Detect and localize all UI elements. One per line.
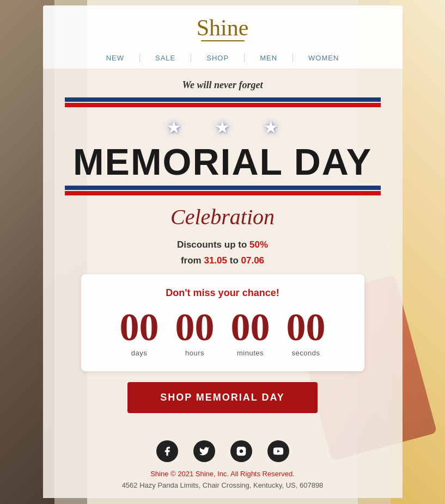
stars-row: ★ ★ ★ (65, 117, 381, 138)
star-1: ★ (166, 117, 182, 138)
stripe-blue-bottom (65, 186, 381, 190)
facebook-icon[interactable] (156, 440, 178, 462)
shop-button[interactable]: SHOP MEMORIAL DAY (127, 382, 318, 413)
nav-item-men[interactable]: MEN (245, 54, 292, 62)
stripe-red-bottom (65, 191, 381, 195)
navigation: NEW SALE SHOP MEN WOMEN (43, 47, 403, 69)
timer-hours-value: 00 (175, 308, 215, 347)
discount-end-date: 07.06 (241, 255, 265, 266)
header: Shine (43, 5, 403, 47)
cta-wrapper: SHOP MEMORIAL DAY (65, 382, 381, 413)
footer: Shine © 2021 Shine, Inc. All Rights Rese… (43, 429, 403, 498)
logo-underline (201, 40, 245, 41)
discount-info: Discounts up to 50% from 31.05 to 07.06 (65, 237, 381, 269)
timer-seconds-label: seconds (292, 349, 320, 357)
timer-days-value: 00 (120, 308, 159, 347)
discount-start-date: 31.05 (204, 255, 227, 266)
stripe-top (65, 97, 381, 107)
countdown-section: Don't miss your chance! 00 days 00 hours… (81, 274, 364, 371)
stripe-red-top (65, 103, 381, 107)
discount-percent: 50% (249, 239, 268, 250)
tagline: We will never forget (65, 79, 381, 91)
timer-seconds-value: 00 (286, 308, 326, 347)
timer-hours: 00 hours (175, 308, 215, 357)
countdown-timer: 00 days 00 hours 00 minutes 00 seconds (92, 308, 353, 357)
memorial-day-title: MEMORIAL DAY (65, 143, 381, 180)
timer-days-label: days (131, 349, 147, 357)
star-2: ★ (215, 117, 230, 138)
nav-item-new[interactable]: NEW (91, 54, 139, 62)
star-3: ★ (263, 117, 279, 138)
social-icons-row (65, 440, 381, 462)
discount-line1: Discounts up to 50% (177, 239, 268, 250)
address-text: 4562 Hazy Panda Limits, Chair Crossing, … (65, 481, 381, 489)
instagram-icon[interactable] (230, 440, 252, 462)
youtube-icon[interactable] (267, 440, 289, 462)
countdown-headline: Don't miss your chance! (92, 287, 353, 299)
nav-item-sale[interactable]: SALE (140, 54, 191, 62)
email-container: Shine NEW SALE SHOP MEN WOMEN We will ne… (43, 5, 403, 498)
celebration-text: Celebration (65, 204, 381, 230)
nav-item-shop[interactable]: SHOP (191, 54, 244, 62)
discount-dates: from 31.05 to 07.06 (181, 255, 264, 266)
hero-section: We will never forget ★ ★ ★ MEMORIAL DAY … (43, 69, 403, 429)
stripe-bottom (65, 186, 381, 195)
timer-seconds: 00 seconds (286, 308, 326, 357)
timer-minutes: 00 minutes (231, 308, 270, 357)
stripe-blue-top (65, 97, 381, 102)
timer-minutes-label: minutes (237, 349, 264, 357)
twitter-icon[interactable] (193, 440, 215, 462)
nav-item-women[interactable]: WOMEN (293, 54, 354, 62)
copyright-text: Shine © 2021 Shine, Inc. All Rights Rese… (65, 470, 381, 478)
timer-minutes-value: 00 (231, 308, 270, 347)
logo: Shine (65, 16, 381, 39)
timer-days: 00 days (120, 308, 159, 357)
timer-hours-label: hours (185, 349, 204, 357)
